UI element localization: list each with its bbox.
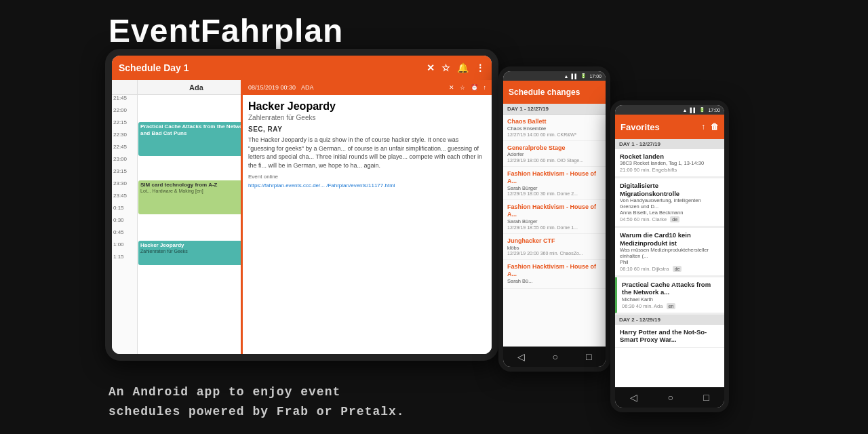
phone2-topbar-icons: ↑ 🗑 [701, 122, 719, 132]
time-2330: 23:30 [113, 180, 127, 186]
ada-column: Practical Cache Attacks from the Network… [138, 95, 256, 354]
popup-close-icon[interactable]: ✕ [449, 84, 454, 91]
popup-room: ADA [301, 84, 314, 91]
star-icon[interactable]: ☆ [441, 62, 450, 73]
event-hacker-jeopardy[interactable]: Hacker Jeopardy Zahlenraten für Geeks [138, 241, 254, 265]
tablet-screen: Schedule Day 1 ✕ ☆ 🔔 ⋮ Ada Borg Clarke 2… [112, 56, 492, 354]
sched-item-chaos-ballett[interactable]: Chaos Ballett Chaos Ensemble 12/27/19 14… [503, 115, 606, 141]
time-2315: 23:15 [113, 168, 127, 174]
popup-subtitle: Zahlenraten für Geeks [248, 114, 486, 121]
sched-item-fashion2[interactable]: Fashion Hacktivism - House of A... Sarah… [503, 200, 606, 233]
delete-icon[interactable]: 🗑 [711, 122, 719, 132]
popup-datetime: 08/15/2019 00:30 [248, 84, 296, 91]
menu-icon[interactable]: ⋮ [475, 62, 485, 73]
back-icon2[interactable]: ◁ [630, 392, 637, 403]
tablet-topbar: Schedule Day 1 ✕ ☆ 🔔 ⋮ [112, 56, 492, 80]
time-2200: 22:00 [113, 107, 127, 113]
fav-rocket-landen[interactable]: Rocket landen 36C3 Rocket landen, Tag 1,… [615, 149, 724, 177]
popup-body: The Hacker Jeopardy is a quiz show in th… [248, 136, 486, 170]
signal-icon: ▌▌ [572, 74, 578, 79]
time-2300: 23:00 [113, 156, 127, 162]
status-time2: 17:00 [708, 108, 720, 113]
battery-icon2: 🔋 [699, 107, 705, 113]
phone2-topbar: Favorites ↑ 🗑 [615, 115, 724, 139]
phone2-nav-bar: ◁ ○ □ [615, 387, 724, 408]
popup-title: Hacker Jeopardy [248, 100, 486, 113]
signal-icon2: ▌▌ [690, 108, 697, 113]
phone2-title: Favorites [620, 122, 697, 132]
phone2-status-bar: ▲ ▌▌ 🔋 17:00 [615, 105, 724, 115]
app-title: EventFahrplan [108, 12, 343, 50]
time-0015: 0:15 [113, 205, 124, 211]
event-sim-card[interactable]: SIM card technology from A-Z Lot... Hard… [138, 180, 254, 214]
fav-practical-cache[interactable]: Practical Cache Attacks from the Network… [615, 277, 724, 313]
favorites-list: DAY 1 - 12/27/19 Rocket landen 36C3 Rock… [615, 139, 724, 387]
time-labels: 21:45 22:00 22:15 22:30 22:45 23:00 23:1… [112, 95, 138, 354]
wifi-icon2: ▲ [683, 108, 688, 113]
tablet-schedule-title: Schedule Day 1 [119, 62, 427, 73]
home-icon2[interactable]: ○ [668, 392, 673, 403]
event-detail-popup: 08/15/2019 00:30 ADA ✕ ☆ ⏰ ↑ Hacker Jeop… [241, 80, 492, 354]
phone1-status-bar: ▲ ▌▌ 🔋 17:00 [503, 71, 606, 81]
fav-migration[interactable]: Digitalisierte Migrationskontrolle Von H… [615, 178, 724, 226]
phone2-screen: ▲ ▌▌ 🔋 17:00 Favorites ↑ 🗑 DAY 1 - 12/27… [615, 105, 724, 408]
time-0045: 0:45 [113, 229, 124, 235]
bell-icon[interactable]: 🔔 [457, 62, 469, 73]
sched-item-fashion1[interactable]: Fashion Hacktivism - House of A... Sarah… [503, 167, 606, 200]
phone1-screen: ▲ ▌▌ 🔋 17:00 Schedule changes DAY 1 - 12… [503, 71, 606, 367]
sched-day1-header: DAY 1 - 12/27/19 [503, 104, 606, 115]
sched-item-junghacker[interactable]: Junghacker CTF klöbs 12/29/19 20:00 360 … [503, 234, 606, 260]
tablet-device: Schedule Day 1 ✕ ☆ 🔔 ⋮ Ada Borg Clarke 2… [105, 49, 498, 361]
fav-card10[interactable]: Warum die Card10 kein Medizinprodukt ist… [615, 228, 724, 276]
phone1-title: Schedule changes [509, 87, 580, 97]
sched-item-fashion3[interactable]: Fashion Hacktivism - House of A... Sarah… [503, 260, 606, 288]
wifi-icon: ▲ [564, 74, 569, 79]
tablet-topbar-icons: ✕ ☆ 🔔 ⋮ [427, 62, 485, 73]
popup-topbar: 08/15/2019 00:30 ADA ✕ ☆ ⏰ ↑ [243, 80, 492, 95]
tagline: An Android app to enjoy event schedules … [108, 382, 405, 422]
popup-event-online-label: Event online [248, 174, 486, 180]
sched-item-generalprobe[interactable]: Generalprobe Stage Adorfer 12/29/19 18:0… [503, 141, 606, 167]
share-icon[interactable]: ↑ [701, 122, 705, 132]
time-0115: 1:15 [113, 254, 124, 260]
fav-harry-potter[interactable]: Harry Potter and the Not-So-Smart Proxy … [615, 325, 724, 348]
time-0100: 1:00 [113, 241, 124, 248]
recents-icon2[interactable]: □ [703, 392, 709, 403]
popup-star-icon[interactable]: ☆ [460, 84, 465, 91]
time-2245: 22:45 [113, 144, 127, 150]
close-icon[interactable]: ✕ [427, 62, 435, 73]
phone-schedule-changes: ▲ ▌▌ 🔋 17:00 Schedule changes DAY 1 - 12… [498, 66, 610, 372]
popup-speaker: SEC, RAY [248, 125, 486, 133]
schedule-changes-list: DAY 1 - 12/27/19 Chaos Ballett Chaos Ens… [503, 104, 606, 347]
phone-favorites: ▲ ▌▌ 🔋 17:00 Favorites ↑ 🗑 DAY 1 - 12/27… [610, 100, 729, 412]
back-icon[interactable]: ◁ [517, 351, 525, 362]
status-time: 17:00 [589, 74, 601, 79]
time-2345: 23:45 [113, 193, 127, 199]
time-0030: 0:30 [113, 217, 124, 223]
popup-alarm-icon[interactable]: ⏰ [471, 84, 478, 91]
fav-day1-header: DAY 1 - 12/27/19 [615, 139, 724, 149]
recents-icon[interactable]: □ [586, 351, 591, 362]
home-icon[interactable]: ○ [553, 351, 558, 362]
time-2230: 22:30 [113, 132, 127, 138]
phone1-topbar: Schedule changes [503, 81, 606, 104]
battery-icon: 🔋 [580, 73, 587, 79]
time-2215: 22:15 [113, 119, 127, 125]
fav-day2-header: DAY 2 - 12/29/19 [615, 315, 724, 325]
popup-share-icon[interactable]: ↑ [484, 84, 487, 91]
popup-link[interactable]: https://fahrplan.events.ccc.de/... /Fahr… [248, 182, 486, 189]
popup-content: Hacker Jeopardy Zahlenraten für Geeks SE… [243, 95, 492, 354]
phone1-nav-bar: ◁ ○ □ [503, 347, 606, 367]
col-ada: Ada [138, 80, 256, 94]
event-practical-cache[interactable]: Practical Cache Attacks from the Network… [138, 122, 254, 156]
time-2145: 21:45 [113, 95, 127, 101]
